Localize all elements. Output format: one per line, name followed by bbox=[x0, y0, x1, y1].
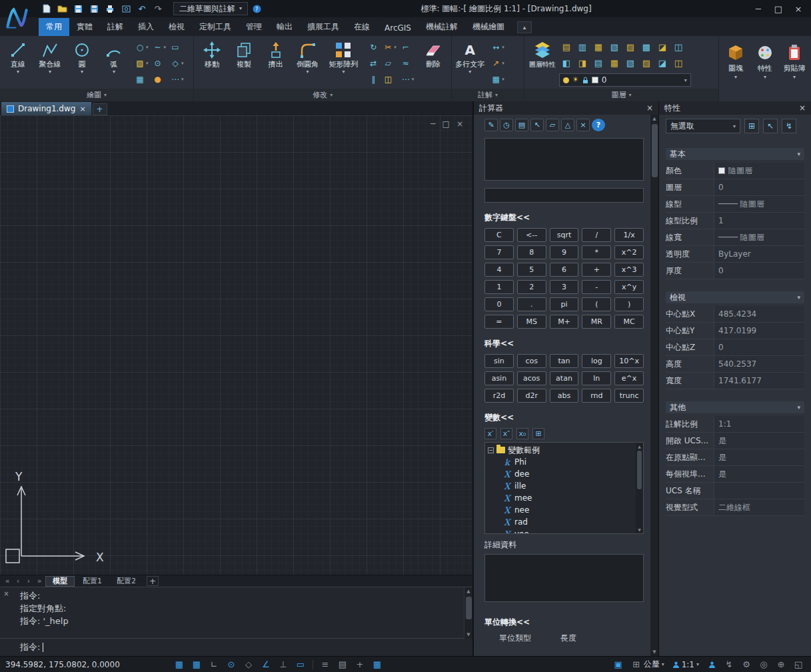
rectangle-tool-button[interactable]: ▾ bbox=[133, 39, 150, 55]
calc-button[interactable]: x^y bbox=[614, 280, 644, 294]
calculator-input-field[interactable] bbox=[484, 188, 644, 203]
quick-select-button[interactable] bbox=[782, 119, 796, 133]
property-value[interactable] bbox=[714, 483, 804, 499]
more-draw-tools-button[interactable]: ▾ bbox=[169, 71, 185, 87]
layer-delete-button[interactable]: ▨ bbox=[639, 55, 654, 70]
get-coordinates-icon[interactable] bbox=[530, 119, 544, 131]
scroll-down-icon[interactable]: ▼ bbox=[638, 526, 641, 533]
rotate-tool-button[interactable] bbox=[367, 39, 380, 55]
ribbon-tab[interactable]: 註解 bbox=[100, 18, 131, 36]
property-value[interactable]: 是 bbox=[714, 449, 804, 465]
calc-button[interactable]: x^3 bbox=[614, 263, 644, 277]
layer-properties-button[interactable]: 圖層特性 bbox=[527, 38, 558, 87]
scroll-up-icon[interactable]: ▲ bbox=[466, 587, 470, 595]
layer-walk-button[interactable]: ▦ bbox=[607, 55, 622, 70]
hatch-tool-button[interactable]: ▾ bbox=[133, 55, 150, 71]
annotation-scale-selector[interactable]: 1:1 ▾ bbox=[670, 660, 702, 669]
section-header-basic[interactable]: 基本▾ bbox=[666, 148, 804, 160]
unit-type-value[interactable]: 長度 bbox=[560, 633, 576, 644]
layer-isolate-button[interactable]: ▥ bbox=[575, 39, 590, 54]
transparency-icon[interactable] bbox=[335, 658, 350, 671]
calc-button[interactable]: MS bbox=[517, 315, 546, 329]
fillet-tool-button[interactable]: 倒圓角 ▾ bbox=[293, 38, 323, 87]
explode-tool-button[interactable] bbox=[381, 71, 398, 87]
layer-prev-button[interactable]: ◪ bbox=[655, 55, 670, 70]
scrollbar-thumb[interactable] bbox=[652, 124, 658, 177]
layer-dropdown[interactable]: ☀ 0 ▾ bbox=[559, 73, 691, 87]
viewport-close-button[interactable]: × bbox=[456, 119, 463, 129]
property-value[interactable]: 485.4234 bbox=[714, 306, 804, 322]
scrollbar-thumb[interactable] bbox=[466, 597, 472, 619]
calc-button[interactable]: 2 bbox=[517, 280, 546, 294]
numpad-section-label[interactable]: 數字鍵盤<< bbox=[484, 212, 644, 223]
mirror-tool-button[interactable] bbox=[367, 55, 380, 71]
next-layout-button[interactable]: › bbox=[24, 577, 33, 585]
region-tool-button[interactable] bbox=[169, 39, 185, 55]
preview-button[interactable] bbox=[119, 2, 133, 15]
calc-button[interactable]: abs bbox=[550, 389, 579, 403]
layer-off-button[interactable]: ▤ bbox=[559, 39, 574, 54]
command-scrollbar[interactable]: ▲ ▼ bbox=[464, 587, 472, 639]
calc-button[interactable]: - bbox=[582, 280, 611, 294]
property-value[interactable]: 1 bbox=[714, 213, 804, 229]
block-button[interactable]: 圖塊 ▾ bbox=[722, 38, 750, 99]
property-row[interactable]: 中心點Y 417.0199 bbox=[666, 323, 804, 339]
variable-item[interactable]: X dee bbox=[488, 468, 634, 480]
calc-button[interactable]: 4 bbox=[484, 263, 514, 277]
viewport-minimize-button[interactable]: ─ bbox=[430, 119, 435, 129]
isolate-objects-icon[interactable] bbox=[756, 658, 771, 671]
property-row[interactable]: 高度 540.2537 bbox=[666, 356, 804, 373]
undo-button[interactable]: ↶ bbox=[135, 2, 149, 15]
property-value[interactable]: 是 bbox=[714, 466, 804, 482]
ribbon-tab[interactable]: 實體 bbox=[69, 18, 100, 36]
layer-copy-button[interactable]: ▤ bbox=[591, 55, 606, 70]
calc-button[interactable]: 6 bbox=[550, 263, 579, 277]
arc-tool-button[interactable]: 弧 ▾ bbox=[99, 38, 129, 87]
property-value[interactable]: 是 bbox=[714, 433, 804, 449]
variables-scrollbar[interactable]: ▲ ▼ bbox=[636, 443, 643, 533]
workspace-dropdown[interactable]: 二維草圖與註解 ▾ bbox=[173, 2, 248, 15]
calc-button[interactable]: asin bbox=[484, 371, 514, 385]
calc-button[interactable]: atan bbox=[550, 371, 579, 385]
calc-button[interactable]: C bbox=[484, 228, 514, 242]
calc-button[interactable]: sin bbox=[484, 354, 514, 368]
scroll-down-icon[interactable]: ▼ bbox=[466, 631, 470, 639]
variables-root-node[interactable]: − 變數範例 bbox=[488, 444, 634, 456]
dynamic-ucs-icon[interactable] bbox=[276, 658, 291, 671]
property-value[interactable]: 隨圖層 bbox=[714, 163, 804, 179]
ribbon-tab[interactable]: 機械繪圖 bbox=[465, 18, 512, 36]
layer-on-button[interactable]: ▨ bbox=[623, 39, 638, 54]
ribbon-tab[interactable]: ArcGIS bbox=[377, 20, 418, 36]
calc-button[interactable]: cos bbox=[517, 354, 546, 368]
calc-button[interactable]: rnd bbox=[582, 389, 611, 403]
variable-item[interactable]: k Phi bbox=[488, 456, 634, 468]
polyline-tool-button[interactable]: 聚合線 ▾ bbox=[35, 38, 65, 87]
property-row[interactable]: 註解比例 1:1 bbox=[666, 416, 804, 433]
calc-button[interactable]: acos bbox=[517, 371, 546, 385]
ribbon-tab[interactable]: 管理 bbox=[239, 18, 269, 36]
property-row[interactable]: 線寬 ──── 隨圖層 bbox=[666, 229, 804, 246]
property-value[interactable]: 540.2537 bbox=[714, 356, 804, 372]
scientific-section-label[interactable]: 科學<< bbox=[484, 338, 644, 349]
layer-state-button[interactable]: ◫ bbox=[671, 55, 686, 70]
clear-icon[interactable] bbox=[484, 119, 498, 131]
point-tool-button[interactable] bbox=[151, 71, 168, 87]
calc-button[interactable]: trunc bbox=[614, 389, 644, 403]
layer-current-button[interactable]: ◨ bbox=[575, 55, 590, 70]
property-row[interactable]: 開啟 UCS... 是 bbox=[666, 433, 804, 449]
calc-button[interactable]: + bbox=[582, 263, 611, 277]
property-value[interactable]: 0 bbox=[714, 263, 804, 279]
property-value[interactable]: ──── 隨圖層 bbox=[714, 196, 804, 212]
minimize-button[interactable]: ─ bbox=[748, 1, 768, 16]
draw-panel-label[interactable]: 繪圖▾ bbox=[0, 89, 193, 101]
calc-button[interactable]: sqrt bbox=[550, 228, 579, 242]
copy-tool-button[interactable]: 複製 bbox=[229, 38, 259, 87]
calc-button[interactable]: e^x bbox=[614, 371, 644, 385]
layer-match-button[interactable]: ◧ bbox=[559, 55, 574, 70]
units-selector[interactable]: 公釐 ▾ bbox=[628, 658, 667, 671]
layer-unisolate-button[interactable]: ▩ bbox=[639, 39, 654, 54]
chamfer-tool-button[interactable] bbox=[399, 39, 416, 55]
calc-button[interactable]: M+ bbox=[550, 315, 579, 329]
layer-thaw-button[interactable]: ◪ bbox=[655, 39, 670, 54]
calculator-title-bar[interactable]: 計算器 × bbox=[474, 101, 658, 115]
